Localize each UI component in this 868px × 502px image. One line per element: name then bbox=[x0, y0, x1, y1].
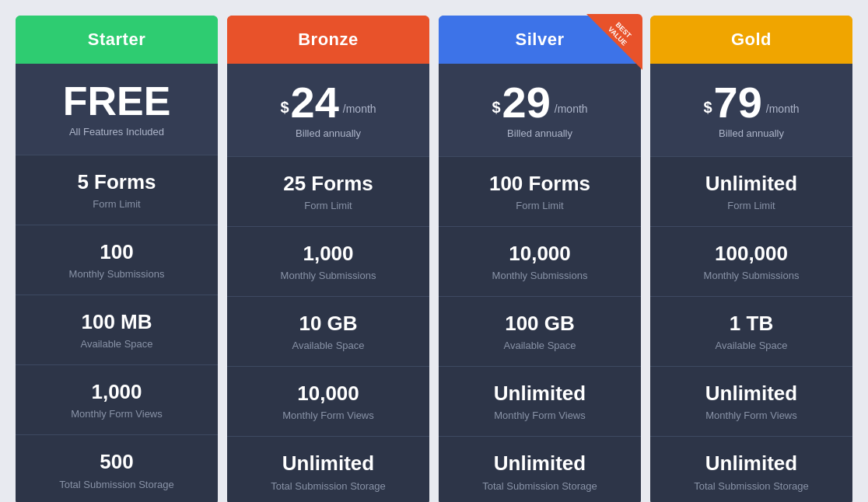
price-dollar-sign: $ bbox=[280, 99, 289, 124]
feature-row-silver-3: UnlimitedMonthly Form Views bbox=[439, 367, 641, 437]
feature-label-silver-4: Total Submission Storage bbox=[482, 480, 597, 492]
price-free-sub: All Features Included bbox=[23, 126, 210, 138]
pricing-grid: StarterFREEAll Features Included5 FormsF… bbox=[16, 16, 852, 502]
feature-value-gold-0: Unlimited bbox=[705, 172, 797, 196]
feature-label-starter-2: Available Space bbox=[81, 338, 153, 350]
feature-value-silver-2: 100 GB bbox=[505, 312, 575, 336]
feature-label-bronze-3: Monthly Form Views bbox=[282, 410, 374, 421]
feature-label-silver-3: Monthly Form Views bbox=[494, 410, 586, 421]
feature-row-silver-0: 100 FormsForm Limit bbox=[439, 157, 641, 227]
price-dollar-sign: $ bbox=[492, 99, 500, 124]
price-section-gold: $79/monthBilled annually bbox=[650, 64, 852, 157]
feature-label-bronze-4: Total Submission Storage bbox=[271, 480, 385, 492]
feature-row-gold-4: UnlimitedTotal Submission Storage bbox=[650, 437, 852, 502]
feature-value-gold-1: 100,000 bbox=[715, 242, 788, 266]
feature-row-silver-2: 100 GBAvailable Space bbox=[439, 297, 641, 367]
feature-value-silver-3: Unlimited bbox=[494, 382, 586, 406]
feature-label-starter-0: Form Limit bbox=[93, 198, 140, 210]
feature-label-silver-1: Monthly Submissions bbox=[492, 270, 588, 281]
feature-row-bronze-3: 10,000Monthly Form Views bbox=[227, 367, 429, 437]
price-row-gold: $79/month bbox=[658, 81, 845, 124]
feature-label-bronze-2: Available Space bbox=[292, 340, 365, 351]
plan-header-starter: Starter bbox=[16, 16, 218, 64]
plan-card-silver: BEST VALUESilver$29/monthBilled annually… bbox=[439, 16, 641, 502]
feature-row-gold-1: 100,000Monthly Submissions bbox=[650, 227, 852, 297]
feature-row-starter-1: 100Monthly Submissions bbox=[16, 225, 218, 295]
price-free-label: FREE bbox=[23, 81, 210, 121]
feature-row-silver-1: 10,000Monthly Submissions bbox=[439, 227, 641, 297]
feature-value-bronze-1: 1,000 bbox=[303, 242, 353, 266]
plan-name-starter: Starter bbox=[23, 30, 210, 50]
price-section-silver: $29/monthBilled annually bbox=[439, 64, 641, 157]
feature-row-gold-3: UnlimitedMonthly Form Views bbox=[650, 367, 852, 437]
feature-value-starter-0: 5 Forms bbox=[77, 170, 156, 194]
feature-row-starter-4: 500Total Submission Storage bbox=[16, 435, 218, 502]
plan-card-bronze: Bronze$24/monthBilled annually25 FormsFo… bbox=[227, 16, 429, 502]
plan-name-gold: Gold bbox=[658, 30, 845, 50]
feature-row-starter-3: 1,000Monthly Form Views bbox=[16, 365, 218, 435]
price-period: /month bbox=[552, 103, 588, 124]
price-amount: 79 bbox=[714, 81, 762, 124]
feature-row-gold-2: 1 TBAvailable Space bbox=[650, 297, 852, 367]
plan-card-starter: StarterFREEAll Features Included5 FormsF… bbox=[16, 16, 218, 502]
plan-header-bronze: Bronze bbox=[227, 16, 429, 64]
feature-value-starter-1: 100 bbox=[100, 240, 133, 264]
price-section-bronze: $24/monthBilled annually bbox=[227, 64, 429, 157]
feature-value-bronze-3: 10,000 bbox=[297, 382, 359, 406]
feature-value-silver-4: Unlimited bbox=[494, 451, 586, 476]
feature-label-gold-4: Total Submission Storage bbox=[694, 480, 808, 492]
feature-label-gold-3: Monthly Form Views bbox=[705, 410, 797, 421]
feature-label-gold-2: Available Space bbox=[716, 340, 788, 351]
price-billing: Billed annually bbox=[658, 127, 845, 139]
price-dollar-sign: $ bbox=[703, 99, 712, 124]
feature-label-gold-1: Monthly Submissions bbox=[704, 270, 800, 281]
feature-label-gold-0: Form Limit bbox=[727, 200, 775, 211]
feature-value-starter-4: 500 bbox=[100, 450, 133, 474]
feature-value-bronze-2: 10 GB bbox=[299, 312, 357, 336]
price-period: /month bbox=[764, 103, 800, 124]
price-amount: 29 bbox=[502, 81, 551, 124]
price-period: /month bbox=[341, 103, 376, 124]
plan-header-gold: Gold bbox=[650, 16, 852, 64]
feature-row-bronze-2: 10 GBAvailable Space bbox=[227, 297, 429, 367]
feature-label-starter-4: Total Submission Storage bbox=[59, 479, 173, 490]
feature-label-starter-1: Monthly Submissions bbox=[69, 268, 165, 280]
plan-name-bronze: Bronze bbox=[235, 30, 422, 50]
feature-value-gold-3: Unlimited bbox=[705, 382, 797, 406]
feature-row-starter-0: 5 FormsForm Limit bbox=[16, 155, 218, 225]
price-row-bronze: $24/month bbox=[235, 81, 422, 124]
price-billing: Billed annually bbox=[446, 127, 633, 139]
price-row-silver: $29/month bbox=[446, 81, 633, 124]
price-billing: Billed annually bbox=[235, 127, 422, 139]
feature-row-silver-4: UnlimitedTotal Submission Storage bbox=[439, 437, 641, 502]
feature-value-silver-1: 10,000 bbox=[509, 242, 571, 266]
feature-value-starter-3: 1,000 bbox=[91, 380, 142, 404]
feature-row-bronze-4: UnlimitedTotal Submission Storage bbox=[227, 437, 429, 502]
feature-value-starter-2: 100 MB bbox=[81, 310, 152, 334]
feature-value-bronze-4: Unlimited bbox=[282, 451, 374, 476]
feature-value-silver-0: 100 Forms bbox=[489, 172, 590, 196]
price-amount: 24 bbox=[291, 81, 339, 124]
price-section-starter: FREEAll Features Included bbox=[16, 64, 218, 155]
best-value-text: BEST VALUE bbox=[599, 14, 641, 54]
feature-label-bronze-0: Form Limit bbox=[304, 200, 352, 211]
feature-label-silver-2: Available Space bbox=[504, 340, 576, 351]
feature-row-bronze-1: 1,000Monthly Submissions bbox=[227, 227, 429, 297]
feature-label-silver-0: Form Limit bbox=[516, 200, 563, 211]
best-value-badge: BEST VALUE bbox=[586, 14, 642, 70]
feature-label-starter-3: Monthly Form Views bbox=[71, 408, 163, 420]
feature-value-gold-2: 1 TB bbox=[730, 312, 773, 336]
plan-card-gold: Gold$79/monthBilled annuallyUnlimitedFor… bbox=[650, 16, 852, 502]
feature-row-bronze-0: 25 FormsForm Limit bbox=[227, 157, 429, 227]
feature-label-bronze-1: Monthly Submissions bbox=[281, 270, 376, 281]
feature-row-starter-2: 100 MBAvailable Space bbox=[16, 295, 218, 365]
feature-row-gold-0: UnlimitedForm Limit bbox=[650, 157, 852, 227]
feature-value-gold-4: Unlimited bbox=[705, 451, 797, 476]
feature-value-bronze-0: 25 Forms bbox=[283, 172, 373, 196]
